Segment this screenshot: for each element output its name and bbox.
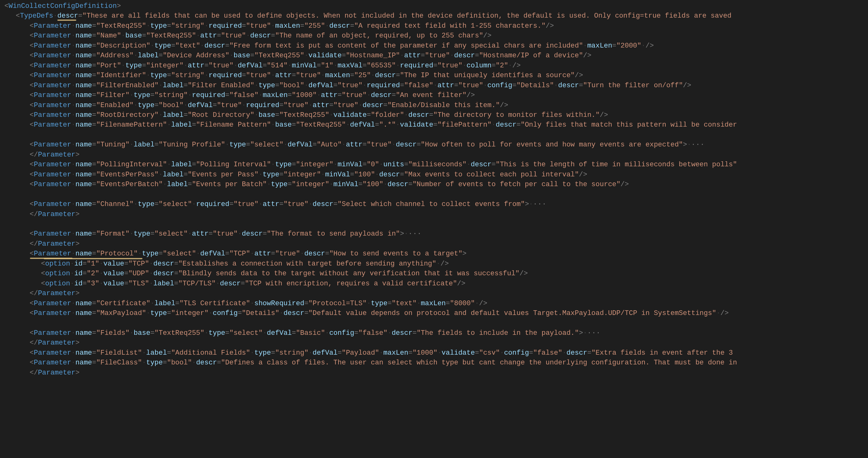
code-line[interactable]: <Parameter·name="Address"·label="Device …: [4, 51, 868, 61]
code-line[interactable]: <WinCollectConfigDefinition>: [4, 1, 868, 11]
highlight-descr: [57, 20, 76, 21]
code-line[interactable]: <Parameter·name="Filter"·type="string"·r…: [4, 90, 868, 100]
code-line[interactable]: </Parameter>: [4, 239, 868, 249]
xml-code-block[interactable]: <WinCollectConfigDefinition><TypeDefs·de…: [4, 1, 868, 378]
code-line[interactable]: <Parameter·name="Tuning"·label="Tuning P…: [4, 140, 868, 150]
code-line[interactable]: <TypeDefs·descr="These are all fields th…: [4, 11, 868, 21]
code-line[interactable]: <Parameter·name="Identifier"·type="strin…: [4, 71, 868, 80]
fold-indicator[interactable]: ···: [533, 200, 547, 208]
fold-indicator[interactable]: ···: [587, 329, 601, 337]
code-line[interactable]: <Parameter·name="Channel"·type="select"·…: [4, 199, 868, 209]
code-line[interactable]: </Parameter>: [4, 150, 868, 160]
code-line[interactable]: <Parameter·name="Protocol"·type="select"…: [4, 249, 868, 259]
code-line[interactable]: <Parameter·name="Port"·type="integer"·at…: [4, 61, 868, 71]
code-line[interactable]: <Parameter·name="Format"·type="select"·a…: [4, 229, 868, 239]
fold-indicator[interactable]: ···: [691, 141, 705, 149]
fold-indicator[interactable]: ···: [408, 230, 422, 238]
code-line[interactable]: <Parameter·name="Name"·base="TextReq255"…: [4, 31, 868, 41]
code-line[interactable]: <Parameter·name="FilterEnabled"·label="F…: [4, 80, 868, 90]
code-line[interactable]: <Parameter·name="Description"·type="text…: [4, 41, 868, 51]
code-line[interactable]: <Parameter·name="MaxPayload"·type="integ…: [4, 308, 868, 318]
code-line[interactable]: <Parameter·name="FileClass"·type="bool"·…: [4, 358, 868, 368]
code-line[interactable]: <Parameter·name="EventsPerPass"·label="E…: [4, 170, 868, 179]
code-line[interactable]: <Parameter·name="FilenamePattern"·label=…: [4, 120, 868, 130]
code-line[interactable]: </Parameter>: [4, 338, 868, 348]
code-line[interactable]: <Parameter·name="Enabled"·type="bool"·de…: [4, 100, 868, 110]
code-line[interactable]: </Parameter>: [4, 289, 868, 298]
code-line[interactable]: <option·id="2"·value="UDP"·descr="Blindl…: [4, 269, 868, 279]
code-line[interactable]: <Parameter·name="TextReq255"·type="strin…: [4, 21, 868, 31]
code-line[interactable]: <option·id="1"·value="TCP"·descr="Establ…: [4, 259, 868, 269]
code-line[interactable]: <Parameter·name="PollingInterval"·label=…: [4, 160, 868, 169]
code-line[interactable]: <Parameter·name="Certificate"·label="TLS…: [4, 299, 868, 308]
code-line[interactable]: </Parameter>: [4, 209, 868, 219]
code-line[interactable]: <Parameter·name="RootDirectory"·label="R…: [4, 110, 868, 120]
code-line[interactable]: <Parameter·name="FieldList"·label="Addit…: [4, 348, 868, 358]
code-line[interactable]: <Parameter·name="EventsPerBatch"·label="…: [4, 179, 868, 189]
code-line[interactable]: </Parameter>: [4, 368, 868, 378]
code-line[interactable]: <Parameter·name="Fields"·base="TextReq25…: [4, 328, 868, 338]
code-line[interactable]: <option·id="3"·value="TLS"·label="TCP/TL…: [4, 279, 868, 289]
highlight-option: [44, 258, 143, 259]
